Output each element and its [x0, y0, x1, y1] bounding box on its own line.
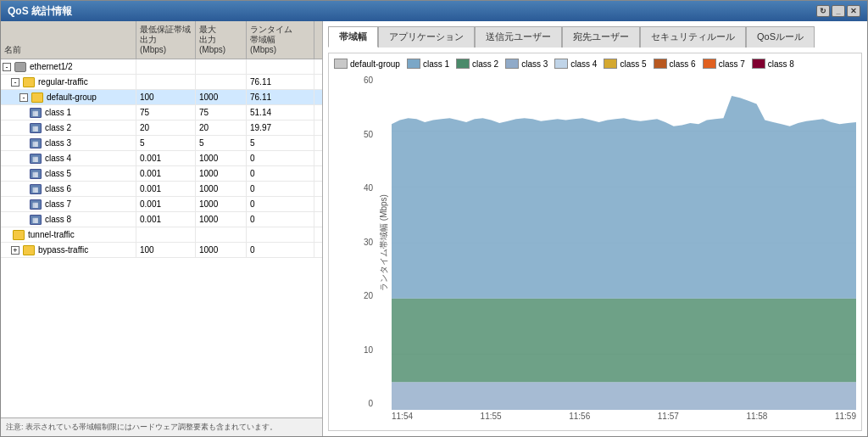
- table-row[interactable]: + bypass-traffic 100 1000 0: [1, 243, 322, 258]
- svg-marker-7: [392, 96, 856, 299]
- row-name-class3: ▦ class 3: [1, 136, 136, 150]
- tab-qos-rule[interactable]: QoSルール: [746, 26, 815, 48]
- table-row[interactable]: ▦ class 5 0.001 1000 0: [1, 166, 322, 182]
- table-row[interactable]: - ethernet1/2: [1, 59, 322, 75]
- row-min: 0.001: [136, 151, 196, 165]
- titlebar: QoS 統計情報 ↻ _ ✕: [1, 1, 867, 21]
- expand-icon[interactable]: -: [3, 63, 11, 71]
- legend-color-default: [334, 59, 348, 69]
- tab-application[interactable]: アプリケーション: [378, 26, 475, 48]
- y-label-30: 30: [364, 238, 373, 247]
- row-name-class7: ▦ class 7: [1, 197, 136, 211]
- minimize-button[interactable]: _: [832, 5, 845, 17]
- row-runtime: [247, 227, 314, 242]
- row-max: 1000: [196, 212, 247, 227]
- row-runtime: 0: [247, 182, 314, 196]
- tab-security-rule[interactable]: セキュリティルール: [640, 26, 746, 48]
- left-panel: 名前 最低保証帯域出力(Mbps) 最大出力(Mbps) ランタイム帯域幅(Mb…: [1, 21, 323, 436]
- row-name-default-group: - default-group: [1, 90, 136, 104]
- row-name-class8: ▦ class 8: [1, 212, 136, 227]
- row-max: 5: [196, 136, 247, 150]
- col-min-bw: 最低保証帯域出力(Mbps): [136, 21, 196, 59]
- tab-bar: 帯域幅 アプリケーション 送信元ユーザー 宛先ユーザー セキュリティルール Qo…: [328, 26, 862, 48]
- legend-color-class7: [703, 59, 716, 69]
- svg-marker-6: [392, 299, 856, 383]
- row-max: [196, 59, 247, 74]
- row-max: 1000: [196, 151, 247, 165]
- y-axis: 60 50 40 30 20 10 0: [334, 76, 376, 425]
- row-max: 1000: [196, 182, 247, 196]
- row-name-tunnel: tunnel-traffic: [1, 227, 136, 242]
- row-runtime: 76.11: [247, 75, 314, 89]
- table-row[interactable]: ▦ class 7 0.001 1000 0: [1, 197, 322, 212]
- x-label-1154: 11:54: [392, 412, 413, 425]
- chart-svg: [392, 76, 856, 410]
- chart-legend: default-group class 1 class 2 class 3: [334, 59, 856, 69]
- legend-item-class8: class 8: [752, 59, 794, 69]
- chart-column: ランタイム帯域幅 (Mbps): [376, 76, 856, 425]
- chart-area: default-group class 1 class 2 class 3: [328, 53, 862, 431]
- x-label-1158: 11:58: [746, 412, 767, 425]
- legend-label-class2: class 2: [472, 59, 498, 69]
- row-min: [136, 75, 196, 89]
- svg-marker-5: [392, 382, 856, 410]
- main-content: 名前 最低保証帯域出力(Mbps) 最大出力(Mbps) ランタイム帯域幅(Mb…: [1, 21, 867, 436]
- footer-text: 注意: 表示されている帯域幅制限にはハードウェア調整要素も含まれています。: [6, 423, 277, 431]
- expand-icon[interactable]: -: [11, 78, 19, 87]
- legend-item-class5: class 5: [604, 59, 646, 69]
- y-axis-title: ランタイム帯域幅 (Mbps): [378, 194, 390, 291]
- row-min: [136, 59, 196, 74]
- table-row[interactable]: tunnel-traffic: [1, 227, 322, 243]
- row-min: 100: [136, 243, 196, 257]
- tab-source-user[interactable]: 送信元ユーザー: [475, 26, 562, 48]
- row-min: 0.001: [136, 166, 196, 181]
- y-label-10: 10: [364, 345, 373, 355]
- table-header: 名前 最低保証帯域出力(Mbps) 最大出力(Mbps) ランタイム帯域幅(Mb…: [1, 21, 322, 59]
- row-max: 1000: [196, 197, 247, 211]
- legend-item-class3: class 3: [505, 59, 548, 69]
- legend-label-default: default-group: [350, 59, 400, 69]
- x-label-1155: 11:55: [481, 412, 502, 425]
- legend-item-default: default-group: [334, 59, 400, 69]
- row-name-ethernet: - ethernet1/2: [1, 59, 136, 74]
- legend-item-class4: class 4: [554, 59, 597, 69]
- y-label-20: 20: [364, 291, 373, 300]
- table-row[interactable]: ▦ class 8 0.001 1000 0: [1, 212, 322, 227]
- row-runtime: 5: [247, 136, 314, 150]
- row-max: [196, 227, 247, 242]
- y-axis-title-container: ランタイム帯域幅 (Mbps): [376, 76, 392, 410]
- legend-label-class4: class 4: [570, 59, 597, 69]
- table-row[interactable]: ▦ class 4 0.001 1000 0: [1, 151, 322, 166]
- refresh-button[interactable]: ↻: [816, 5, 830, 17]
- legend-color-class4: [554, 59, 568, 69]
- row-max: [196, 75, 247, 89]
- legend-color-class2: [456, 59, 470, 69]
- tab-dest-user[interactable]: 宛先ユーザー: [562, 26, 640, 48]
- x-axis: 11:54 11:55 11:56 11:57 11:58 11:59: [376, 410, 856, 425]
- close-button[interactable]: ✕: [847, 5, 860, 17]
- row-max: 1000: [196, 243, 247, 257]
- y-label-0: 0: [368, 399, 373, 408]
- x-label-1156: 11:56: [569, 412, 590, 425]
- legend-item-class6: class 6: [654, 59, 696, 69]
- row-name-class1: ▦ class 1: [1, 105, 136, 120]
- table-row[interactable]: ▦ class 6 0.001 1000 0: [1, 182, 322, 197]
- table-row[interactable]: - regular-traffic 76.11: [1, 75, 322, 90]
- table-row[interactable]: - default-group 100 1000 76.11: [1, 90, 322, 105]
- table-row[interactable]: ▦ class 2 20 20 19.97: [1, 120, 322, 136]
- legend-item-class1: class 1: [407, 59, 449, 69]
- legend-color-class3: [505, 59, 519, 69]
- table-row[interactable]: ▦ class 3 5 5 5: [1, 136, 322, 151]
- legend-item-class7: class 7: [703, 59, 745, 69]
- row-name-bypass: + bypass-traffic: [1, 243, 136, 257]
- window-title: QoS 統計情報: [8, 4, 72, 19]
- col-name: 名前: [1, 21, 136, 59]
- row-min: 0.001: [136, 212, 196, 227]
- tab-bandwidth[interactable]: 帯域幅: [328, 26, 378, 48]
- expand-icon[interactable]: +: [11, 246, 19, 255]
- expand-icon[interactable]: -: [19, 93, 28, 102]
- legend-color-class1: [407, 59, 420, 69]
- row-min: 100: [136, 90, 196, 104]
- table-row[interactable]: ▦ class 1 75 75 51.14: [1, 105, 322, 120]
- row-runtime: [247, 59, 314, 74]
